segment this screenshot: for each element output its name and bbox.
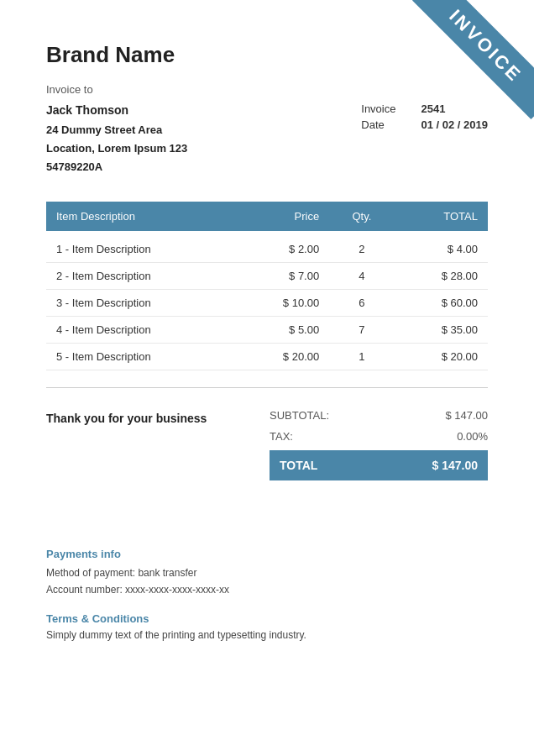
table-row: 3 - Item Description $ 10.00 6 $ 60.00 xyxy=(46,290,488,317)
footer-section: Thank you for your business SUBTOTAL: $ … xyxy=(46,405,488,480)
col-header-total: TOTAL xyxy=(395,202,488,231)
client-address-line3: 54789220A xyxy=(46,158,187,176)
table-row: 1 - Item Description $ 2.00 2 $ 4.00 xyxy=(46,231,488,263)
row-price: $ 20.00 xyxy=(236,344,329,370)
tax-value: 0.00% xyxy=(457,430,488,443)
client-address-line2: Location, Lorem Ipsum 123 xyxy=(46,139,187,158)
row-qty: 1 xyxy=(329,344,394,370)
subtotal-value: $ 147.00 xyxy=(445,409,488,422)
total-row: TOTAL $ 147.00 xyxy=(270,450,488,480)
table-row: 5 - Item Description $ 20.00 1 $ 20.00 xyxy=(46,344,488,370)
terms-title: Terms & Conditions xyxy=(46,612,488,625)
row-price: $ 7.00 xyxy=(236,263,329,290)
brand-name: Brand Name xyxy=(46,42,488,68)
col-header-description: Item Description xyxy=(46,202,236,231)
terms-section: Terms & Conditions Simply dummy text of … xyxy=(46,612,488,641)
payments-title: Payments info xyxy=(46,548,488,560)
payment-account: Account number: xxxx-xxxx-xxxx-xxxx-xx xyxy=(46,581,488,598)
items-table: Item Description Price Qty. TOTAL 1 - It… xyxy=(46,202,488,370)
invoice-label: Invoice xyxy=(361,102,395,115)
totals-section: SUBTOTAL: $ 147.00 TAX: 0.00% TOTAL $ 14… xyxy=(270,405,488,480)
invoice-number: 2541 xyxy=(421,102,488,115)
table-header-row: Item Description Price Qty. TOTAL xyxy=(46,202,488,231)
row-total: $ 28.00 xyxy=(395,263,488,290)
subtotal-row: SUBTOTAL: $ 147.00 xyxy=(270,405,488,426)
total-value: $ 147.00 xyxy=(432,459,479,472)
row-total: $ 35.00 xyxy=(395,317,488,344)
terms-text: Simply dummy text of the printing and ty… xyxy=(46,629,488,641)
invoice-page: INVOICE Brand Name Invoice to Jack Thoms… xyxy=(0,0,534,756)
invoice-to-label: Invoice to xyxy=(46,83,488,96)
row-description: 5 - Item Description xyxy=(46,344,236,370)
tax-row: TAX: 0.00% xyxy=(270,426,488,447)
col-header-qty: Qty. xyxy=(329,202,394,231)
row-total: $ 60.00 xyxy=(395,290,488,317)
date-label: Date xyxy=(361,118,395,131)
row-qty: 2 xyxy=(329,231,394,263)
row-price: $ 10.00 xyxy=(236,290,329,317)
row-description: 1 - Item Description xyxy=(46,231,236,263)
subtotal-label: SUBTOTAL: xyxy=(270,409,329,422)
divider xyxy=(46,387,488,388)
payments-section: Payments info Method of payment: bank tr… xyxy=(46,548,488,599)
thank-you-text: Thank you for your business xyxy=(46,405,207,425)
table-row: 4 - Item Description $ 5.00 7 $ 35.00 xyxy=(46,317,488,344)
client-address: Jack Thomson 24 Dummy Street Area Locati… xyxy=(46,101,187,176)
row-description: 2 - Item Description xyxy=(46,263,236,290)
row-price: $ 2.00 xyxy=(236,231,329,263)
invoice-date: 01 / 02 / 2019 xyxy=(421,118,488,131)
invoice-meta-values: 2541 01 / 02 / 2019 xyxy=(421,102,488,131)
row-price: $ 5.00 xyxy=(236,317,329,344)
client-address-line1: 24 Dummy Street Area xyxy=(46,121,187,139)
client-info-row: Jack Thomson 24 Dummy Street Area Locati… xyxy=(46,101,488,176)
row-total: $ 4.00 xyxy=(395,231,488,263)
row-qty: 4 xyxy=(329,263,394,290)
total-label: TOTAL xyxy=(280,459,317,472)
row-description: 4 - Item Description xyxy=(46,317,236,344)
payment-method: Method of payment: bank transfer xyxy=(46,564,488,581)
invoice-meta-labels: Invoice Date xyxy=(361,102,395,131)
invoice-meta: Invoice Date 2541 01 / 02 / 2019 xyxy=(361,101,488,176)
row-qty: 6 xyxy=(329,290,394,317)
row-qty: 7 xyxy=(329,317,394,344)
row-description: 3 - Item Description xyxy=(46,290,236,317)
tax-label: TAX: xyxy=(270,430,293,443)
row-total: $ 20.00 xyxy=(395,344,488,370)
table-row: 2 - Item Description $ 7.00 4 $ 28.00 xyxy=(46,263,488,290)
col-header-price: Price xyxy=(236,202,329,231)
client-name: Jack Thomson xyxy=(46,101,187,121)
